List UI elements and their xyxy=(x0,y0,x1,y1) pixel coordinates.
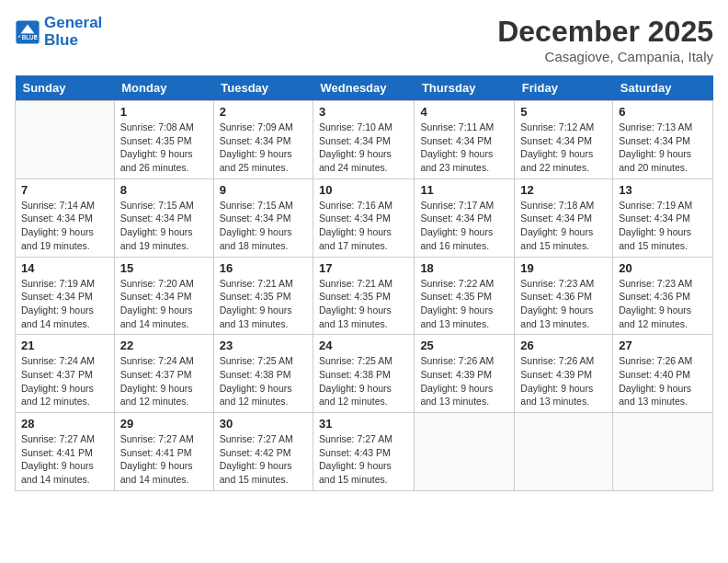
day-info: Sunrise: 7:25 AMSunset: 4:38 PMDaylight:… xyxy=(319,354,408,408)
day-info: Sunrise: 7:25 AMSunset: 4:38 PMDaylight:… xyxy=(220,354,307,408)
day-info: Sunrise: 7:27 AMSunset: 4:41 PMDaylight:… xyxy=(120,432,208,487)
svg-text:BLUE: BLUE xyxy=(22,34,38,40)
day-number: 15 xyxy=(120,261,208,275)
calendar-cell: 20Sunrise: 7:23 AMSunset: 4:36 PMDayligh… xyxy=(613,257,713,335)
day-number: 21 xyxy=(21,339,108,352)
calendar-cell: 23Sunrise: 7:25 AMSunset: 4:38 PMDayligh… xyxy=(213,335,313,413)
calendar-cell: 4Sunrise: 7:11 AMSunset: 4:34 PMDaylight… xyxy=(415,101,515,179)
calendar-cell xyxy=(613,413,713,491)
column-header-sunday: Sunday xyxy=(16,75,115,101)
day-info: Sunrise: 7:12 AMSunset: 4:34 PMDaylight:… xyxy=(520,121,607,175)
day-info: Sunrise: 7:27 AMSunset: 4:43 PMDaylight:… xyxy=(319,432,408,487)
day-info: Sunrise: 7:19 AMSunset: 4:34 PMDaylight:… xyxy=(21,277,108,331)
day-info: Sunrise: 7:24 AMSunset: 4:37 PMDaylight:… xyxy=(21,354,108,408)
column-header-saturday: Saturday xyxy=(613,75,713,101)
calendar-cell: 22Sunrise: 7:24 AMSunset: 4:37 PMDayligh… xyxy=(114,335,213,413)
calendar-cell: 15Sunrise: 7:20 AMSunset: 4:34 PMDayligh… xyxy=(114,257,213,335)
calendar-table: SundayMondayTuesdayWednesdayThursdayFrid… xyxy=(15,75,713,491)
page-header: BLUE General Blue December 2025 Casagiov… xyxy=(15,15,713,64)
day-number: 24 xyxy=(319,339,408,352)
column-header-tuesday: Tuesday xyxy=(213,75,313,101)
calendar-cell: 13Sunrise: 7:19 AMSunset: 4:34 PMDayligh… xyxy=(613,178,713,257)
day-number: 16 xyxy=(220,261,307,275)
day-number: 20 xyxy=(619,261,707,275)
day-number: 29 xyxy=(120,417,208,431)
calendar-cell xyxy=(415,413,515,491)
calendar-header-row: SundayMondayTuesdayWednesdayThursdayFrid… xyxy=(16,75,713,101)
calendar-week-row: 7Sunrise: 7:14 AMSunset: 4:34 PMDaylight… xyxy=(16,178,713,257)
day-info: Sunrise: 7:20 AMSunset: 4:34 PMDaylight:… xyxy=(120,277,208,331)
day-number: 23 xyxy=(220,339,307,352)
day-number: 13 xyxy=(619,183,707,197)
day-number: 4 xyxy=(420,105,508,119)
day-number: 3 xyxy=(319,105,408,119)
day-info: Sunrise: 7:21 AMSunset: 4:35 PMDaylight:… xyxy=(319,277,408,331)
calendar-week-row: 14Sunrise: 7:19 AMSunset: 4:34 PMDayligh… xyxy=(16,257,713,335)
calendar-cell: 1Sunrise: 7:08 AMSunset: 4:35 PMDaylight… xyxy=(114,101,213,179)
title-block: December 2025 Casagiove, Campania, Italy xyxy=(497,15,713,64)
column-header-thursday: Thursday xyxy=(415,75,515,101)
calendar-cell: 9Sunrise: 7:15 AMSunset: 4:34 PMDaylight… xyxy=(213,178,313,257)
calendar-week-row: 28Sunrise: 7:27 AMSunset: 4:41 PMDayligh… xyxy=(16,413,713,491)
day-info: Sunrise: 7:26 AMSunset: 4:39 PMDaylight:… xyxy=(520,354,607,408)
calendar-cell: 26Sunrise: 7:26 AMSunset: 4:39 PMDayligh… xyxy=(515,335,613,413)
calendar-cell: 25Sunrise: 7:26 AMSunset: 4:39 PMDayligh… xyxy=(415,335,515,413)
calendar-cell: 5Sunrise: 7:12 AMSunset: 4:34 PMDaylight… xyxy=(515,101,613,179)
calendar-cell: 16Sunrise: 7:21 AMSunset: 4:35 PMDayligh… xyxy=(213,257,313,335)
calendar-cell: 31Sunrise: 7:27 AMSunset: 4:43 PMDayligh… xyxy=(313,413,415,491)
calendar-cell: 12Sunrise: 7:18 AMSunset: 4:34 PMDayligh… xyxy=(515,178,613,257)
calendar-cell: 10Sunrise: 7:16 AMSunset: 4:34 PMDayligh… xyxy=(313,178,415,257)
calendar-cell xyxy=(515,413,613,491)
day-info: Sunrise: 7:19 AMSunset: 4:34 PMDaylight:… xyxy=(619,199,707,253)
day-number: 10 xyxy=(319,183,408,197)
calendar-cell: 24Sunrise: 7:25 AMSunset: 4:38 PMDayligh… xyxy=(313,335,415,413)
month-title: December 2025 xyxy=(497,15,713,49)
day-info: Sunrise: 7:10 AMSunset: 4:34 PMDaylight:… xyxy=(319,121,408,175)
logo: BLUE General Blue xyxy=(15,15,102,49)
day-info: Sunrise: 7:17 AMSunset: 4:34 PMDaylight:… xyxy=(420,199,508,253)
calendar-cell: 28Sunrise: 7:27 AMSunset: 4:41 PMDayligh… xyxy=(16,413,115,491)
logo-icon: BLUE xyxy=(15,19,40,45)
day-info: Sunrise: 7:26 AMSunset: 4:40 PMDaylight:… xyxy=(619,354,707,408)
day-info: Sunrise: 7:27 AMSunset: 4:41 PMDaylight:… xyxy=(21,432,108,487)
calendar-cell: 6Sunrise: 7:13 AMSunset: 4:34 PMDaylight… xyxy=(613,101,713,179)
day-number: 22 xyxy=(120,339,208,352)
day-info: Sunrise: 7:27 AMSunset: 4:42 PMDaylight:… xyxy=(220,432,307,487)
calendar-cell: 19Sunrise: 7:23 AMSunset: 4:36 PMDayligh… xyxy=(515,257,613,335)
calendar-cell: 17Sunrise: 7:21 AMSunset: 4:35 PMDayligh… xyxy=(313,257,415,335)
calendar-week-row: 1Sunrise: 7:08 AMSunset: 4:35 PMDaylight… xyxy=(16,101,713,179)
day-number: 18 xyxy=(420,261,508,275)
day-number: 12 xyxy=(520,183,607,197)
day-info: Sunrise: 7:08 AMSunset: 4:35 PMDaylight:… xyxy=(120,121,208,175)
day-info: Sunrise: 7:16 AMSunset: 4:34 PMDaylight:… xyxy=(319,199,408,253)
day-number: 7 xyxy=(21,183,108,197)
day-number: 5 xyxy=(520,105,607,119)
day-info: Sunrise: 7:15 AMSunset: 4:34 PMDaylight:… xyxy=(220,199,307,253)
day-info: Sunrise: 7:26 AMSunset: 4:39 PMDaylight:… xyxy=(420,354,508,408)
calendar-cell: 27Sunrise: 7:26 AMSunset: 4:40 PMDayligh… xyxy=(613,335,713,413)
calendar-cell: 7Sunrise: 7:14 AMSunset: 4:34 PMDaylight… xyxy=(16,178,115,257)
day-number: 26 xyxy=(520,339,607,352)
day-number: 14 xyxy=(21,261,108,275)
day-info: Sunrise: 7:11 AMSunset: 4:34 PMDaylight:… xyxy=(420,121,508,175)
day-number: 8 xyxy=(120,183,208,197)
calendar-cell: 8Sunrise: 7:15 AMSunset: 4:34 PMDaylight… xyxy=(114,178,213,257)
calendar-cell: 2Sunrise: 7:09 AMSunset: 4:34 PMDaylight… xyxy=(213,101,313,179)
day-number: 1 xyxy=(120,105,208,119)
day-number: 11 xyxy=(420,183,508,197)
day-number: 19 xyxy=(520,261,607,275)
calendar-cell: 11Sunrise: 7:17 AMSunset: 4:34 PMDayligh… xyxy=(415,178,515,257)
day-number: 2 xyxy=(220,105,307,119)
day-number: 6 xyxy=(619,105,707,119)
day-info: Sunrise: 7:21 AMSunset: 4:35 PMDaylight:… xyxy=(220,277,307,331)
day-number: 25 xyxy=(420,339,508,352)
day-number: 17 xyxy=(319,261,408,275)
calendar-cell: 21Sunrise: 7:24 AMSunset: 4:37 PMDayligh… xyxy=(16,335,115,413)
day-info: Sunrise: 7:22 AMSunset: 4:35 PMDaylight:… xyxy=(420,277,508,331)
day-info: Sunrise: 7:24 AMSunset: 4:37 PMDaylight:… xyxy=(120,354,208,408)
calendar-cell: 14Sunrise: 7:19 AMSunset: 4:34 PMDayligh… xyxy=(16,257,115,335)
calendar-cell xyxy=(16,101,115,179)
calendar-week-row: 21Sunrise: 7:24 AMSunset: 4:37 PMDayligh… xyxy=(16,335,713,413)
day-info: Sunrise: 7:13 AMSunset: 4:34 PMDaylight:… xyxy=(619,121,707,175)
calendar-cell: 29Sunrise: 7:27 AMSunset: 4:41 PMDayligh… xyxy=(114,413,213,491)
